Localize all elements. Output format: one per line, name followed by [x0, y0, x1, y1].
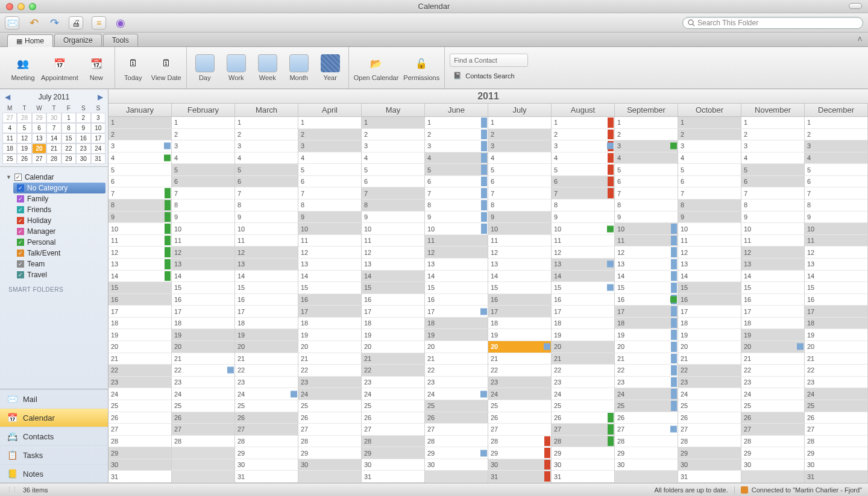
- day-cell[interactable]: 30: [805, 459, 867, 471]
- day-cell[interactable]: 12: [362, 246, 424, 259]
- day-cell[interactable]: 27: [362, 424, 424, 436]
- event-span[interactable]: [481, 141, 487, 151]
- day-cell[interactable]: 22: [425, 365, 488, 377]
- day-cell[interactable]: 29: [615, 447, 678, 459]
- day-cell[interactable]: 22: [362, 365, 424, 377]
- day-cell[interactable]: 27: [488, 424, 551, 436]
- day-cell[interactable]: 9: [615, 212, 678, 224]
- day-cell[interactable]: 30: [678, 459, 741, 471]
- event-span[interactable]: [608, 436, 614, 447]
- day-cell[interactable]: 30: [235, 459, 298, 471]
- day-cell[interactable]: 1: [298, 117, 361, 129]
- day-cell[interactable]: 24: [235, 388, 298, 400]
- event-marker[interactable]: [480, 450, 487, 456]
- month-header[interactable]: November: [741, 104, 805, 116]
- undo-icon[interactable]: ↶: [28, 16, 40, 30]
- day-cell[interactable]: 14: [615, 271, 678, 283]
- event-span[interactable]: [671, 318, 677, 328]
- mini-day[interactable]: 24: [91, 143, 105, 154]
- mini-day[interactable]: 23: [76, 143, 90, 154]
- day-cell[interactable]: 19: [425, 329, 488, 341]
- day-cell[interactable]: 3: [298, 140, 361, 152]
- event-span[interactable]: [671, 236, 677, 246]
- day-cell[interactable]: 22: [488, 365, 551, 377]
- event-marker[interactable]: [797, 344, 804, 350]
- day-cell[interactable]: 24: [741, 388, 804, 400]
- day-cell[interactable]: 7: [235, 187, 298, 199]
- day-cell[interactable]: 17: [741, 306, 804, 318]
- day-cell[interactable]: 25: [678, 400, 741, 412]
- day-cell[interactable]: 21: [615, 353, 678, 365]
- day-cell[interactable]: 5: [805, 164, 867, 176]
- day-cell[interactable]: 8: [235, 199, 298, 212]
- day-cell[interactable]: 23: [235, 377, 298, 389]
- day-cell[interactable]: 29: [552, 447, 614, 459]
- day-cell[interactable]: 17: [488, 306, 551, 318]
- day-cell[interactable]: 12: [488, 246, 551, 259]
- day-cell[interactable]: 28: [741, 436, 804, 448]
- day-cell[interactable]: 8: [172, 199, 234, 212]
- event-marker[interactable]: [164, 143, 171, 149]
- mini-day[interactable]: 4: [2, 123, 17, 133]
- category-item[interactable]: ✓Holiday: [13, 215, 105, 226]
- day-cell[interactable]: 26: [552, 412, 614, 424]
- day-cell[interactable]: 7: [488, 187, 551, 199]
- day-cell[interactable]: 7: [615, 187, 678, 199]
- mini-day[interactable]: 15: [61, 133, 76, 143]
- new-button[interactable]: 📆New: [83, 54, 110, 81]
- day-cell[interactable]: 29: [425, 447, 488, 459]
- day-cell[interactable]: 10: [298, 223, 361, 235]
- tab-organize[interactable]: Organize: [54, 34, 102, 46]
- day-cell[interactable]: 18: [108, 318, 171, 330]
- day-cell[interactable]: 30: [552, 459, 614, 471]
- day-cell[interactable]: 12: [425, 246, 488, 259]
- day-cell[interactable]: 7: [108, 187, 171, 199]
- event-span[interactable]: [671, 389, 677, 399]
- day-cell[interactable]: 24: [362, 388, 424, 400]
- day-cell[interactable]: 19: [805, 329, 867, 341]
- event-span[interactable]: [544, 460, 550, 470]
- category-item[interactable]: ✓Talk/Event: [13, 248, 105, 259]
- event-span[interactable]: [481, 153, 487, 163]
- print-icon[interactable]: 🖨: [69, 16, 83, 30]
- day-cell[interactable]: 3: [172, 140, 234, 152]
- mini-day[interactable]: 27: [2, 113, 17, 123]
- meeting-button[interactable]: 👥Meeting: [10, 54, 36, 81]
- event-span[interactable]: [481, 130, 487, 140]
- day-cell[interactable]: 2: [425, 129, 488, 141]
- day-cell[interactable]: 6: [108, 176, 171, 188]
- day-cell[interactable]: 5: [425, 164, 488, 176]
- day-cell[interactable]: 27: [172, 424, 234, 436]
- day-cell[interactable]: 20: [678, 341, 741, 353]
- day-cell[interactable]: 13: [552, 259, 614, 271]
- event-span[interactable]: [671, 306, 677, 316]
- day-cell[interactable]: 15: [425, 282, 488, 294]
- day-cell[interactable]: 24: [298, 388, 361, 400]
- month-header[interactable]: May: [362, 104, 425, 116]
- day-cell[interactable]: 21: [108, 353, 171, 365]
- mini-day[interactable]: 25: [2, 154, 17, 164]
- day-cell[interactable]: 28: [552, 436, 614, 448]
- day-cell[interactable]: 23: [425, 377, 488, 389]
- day-cell[interactable]: 14: [172, 271, 234, 283]
- day-cell[interactable]: 21: [741, 353, 804, 365]
- day-cell[interactable]: 29: [805, 447, 867, 459]
- day-cell[interactable]: 27: [678, 424, 741, 436]
- mini-day[interactable]: 14: [46, 133, 61, 143]
- event-marker[interactable]: [607, 284, 614, 291]
- day-cell[interactable]: 4: [488, 152, 551, 165]
- day-cell[interactable]: 25: [108, 400, 171, 412]
- day-cell[interactable]: 26: [362, 412, 424, 424]
- day-cell[interactable]: 25: [298, 400, 361, 412]
- day-cell[interactable]: 28: [235, 436, 298, 448]
- event-span[interactable]: [165, 247, 171, 257]
- day-cell[interactable]: 9: [298, 212, 361, 224]
- day-cell[interactable]: 4: [172, 152, 234, 165]
- day-cell[interactable]: 6: [741, 176, 804, 188]
- event-span[interactable]: [165, 236, 171, 246]
- day-cell[interactable]: 18: [552, 318, 614, 330]
- month-header[interactable]: June: [425, 104, 488, 116]
- day-cell[interactable]: 9: [552, 212, 614, 224]
- mini-day[interactable]: 13: [32, 133, 46, 143]
- day-cell[interactable]: 15: [488, 282, 551, 294]
